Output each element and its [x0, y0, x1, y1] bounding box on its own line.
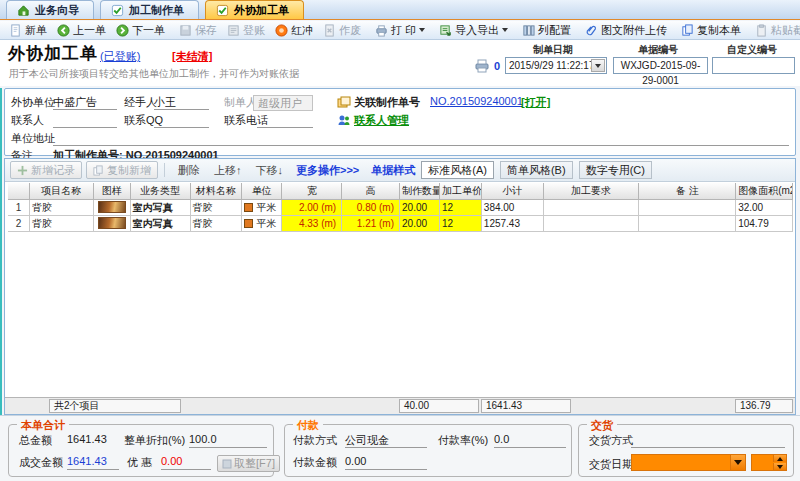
cell-price[interactable]: 12: [440, 200, 482, 216]
cell-price[interactable]: 12: [440, 216, 482, 232]
related-order-link[interactable]: NO.201509240001: [430, 95, 523, 107]
attachment-upload-button[interactable]: 图文附件上传: [580, 22, 672, 39]
save-button[interactable]: 保存: [174, 22, 222, 39]
cell-material[interactable]: 背胶: [191, 216, 243, 232]
import-export-button[interactable]: 导入导出: [434, 22, 513, 39]
doc-check-icon: [216, 4, 229, 17]
cell-req[interactable]: [544, 216, 640, 232]
spinner-down-icon[interactable]: [773, 463, 786, 470]
copy-order-button[interactable]: 复制本单: [676, 22, 746, 39]
void-order-button[interactable]: 作废: [318, 22, 366, 39]
qq-field[interactable]: [154, 113, 209, 128]
registered-status-link[interactable]: (已登账): [100, 49, 140, 64]
custom-no-field[interactable]: [712, 57, 795, 74]
cell-height[interactable]: 0.80 (m): [342, 200, 400, 216]
move-up-button[interactable]: 上移↑: [214, 163, 242, 178]
cell-note[interactable]: [639, 216, 736, 232]
cell-subtotal[interactable]: 1257.43: [482, 216, 544, 232]
cell-name[interactable]: 背胶: [30, 216, 94, 232]
order-date-combobox[interactable]: 2015/9/29 11:22:17: [505, 57, 607, 74]
tab-label: 加工制作单: [129, 3, 184, 18]
cell-width[interactable]: 4.33 (m): [282, 216, 342, 232]
cell-width[interactable]: 2.00 (m): [282, 200, 342, 216]
chevron-down-icon[interactable]: [730, 455, 745, 470]
total-label: 总金额: [19, 433, 52, 448]
address-field[interactable]: [53, 131, 789, 146]
col-header-width: 宽: [282, 183, 342, 200]
deal-label: 成交金额: [19, 455, 63, 470]
cell-type[interactable]: 室内写真: [131, 200, 191, 216]
cell-qty[interactable]: 20.00: [400, 216, 440, 232]
payment-method-field[interactable]: 公司现金: [345, 433, 427, 448]
more-actions-link[interactable]: 更多操作>>>: [296, 163, 359, 178]
col-header-req: 加工要求: [544, 183, 640, 200]
dropdown-arrow: [419, 28, 425, 32]
payment-rate-field[interactable]: 0.0: [494, 433, 566, 448]
delivery-time-spinner[interactable]: [751, 454, 787, 471]
cell-type[interactable]: 室内写真: [131, 216, 191, 232]
col-header-pic: 图样: [94, 183, 131, 200]
column-config-button[interactable]: 列配置: [517, 22, 576, 39]
cell-area[interactable]: 32.00: [736, 200, 793, 216]
spinner-up-icon[interactable]: [773, 455, 786, 462]
register-account-button[interactable]: 登账: [222, 22, 270, 39]
cell-req[interactable]: [544, 200, 640, 216]
cell-pic[interactable]: [94, 216, 131, 232]
cell-qty[interactable]: 20.00: [400, 200, 440, 216]
row-index: 1: [8, 200, 30, 216]
offer-field[interactable]: 0.00: [161, 455, 211, 470]
cell-area[interactable]: 104.79: [736, 216, 793, 232]
cell-subtotal[interactable]: 384.00: [482, 200, 544, 216]
cell-pic[interactable]: [94, 200, 131, 216]
tab-processing-order[interactable]: 加工制作单: [100, 0, 199, 19]
item-count: 共2个项目: [49, 399, 181, 413]
contact-field[interactable]: [53, 113, 117, 128]
cell-material[interactable]: 背胶: [191, 200, 243, 216]
contact-manage-link[interactable]: 联系人管理: [354, 113, 409, 128]
cell-height[interactable]: 1.21 (m): [342, 216, 400, 232]
doc-check-icon: [111, 4, 124, 17]
cell-unit[interactable]: 平米: [242, 216, 282, 232]
discount-field[interactable]: 100.0: [189, 433, 267, 448]
printer-icon[interactable]: [474, 58, 490, 73]
copy-add-button[interactable]: 复制新增: [86, 161, 158, 179]
tab-outsourcing-order[interactable]: 外协加工单: [205, 0, 304, 19]
delete-row-button[interactable]: 删除: [178, 163, 200, 178]
style-simple-button[interactable]: 简单风格(B): [500, 161, 573, 179]
move-down-button[interactable]: 下移↓: [256, 163, 284, 178]
table-row[interactable]: 2 背胶 室内写真 背胶 平米 4.33 (m) 1.21 (m) 20.00 …: [8, 216, 793, 232]
delivery-group: 交货 交货方式 交货日期: [578, 424, 794, 477]
red-flush-button[interactable]: 红冲: [270, 22, 318, 39]
cell-name[interactable]: 背胶: [30, 200, 94, 216]
round-button[interactable]: 取整[F7]: [217, 455, 280, 472]
handler-field[interactable]: 小王: [154, 95, 209, 110]
delivery-date-combobox[interactable]: [631, 454, 746, 471]
page-title: 外协加工单: [8, 42, 98, 65]
open-related-link[interactable]: [打开]: [521, 95, 550, 110]
phone-field[interactable]: [257, 113, 313, 128]
cell-unit[interactable]: 平米: [242, 200, 282, 216]
vendor-field[interactable]: 中盛广告: [53, 95, 117, 110]
chevron-down-icon[interactable]: [591, 59, 605, 72]
new-order-button[interactable]: 新单: [4, 22, 52, 39]
doc-no-field[interactable]: WXJGD-2015-09-29-0001: [613, 57, 708, 74]
cell-note[interactable]: [639, 200, 736, 216]
plus-icon: [17, 165, 28, 176]
prev-order-button[interactable]: 上一单: [52, 22, 111, 39]
tab-business-wizard[interactable]: 业务向导: [6, 0, 94, 19]
deal-field[interactable]: 1641.43: [67, 455, 119, 470]
grid-toolbar: 新增记录 复制新增 删除 上移↑ 下移↓ 更多操作>>> 单据样式 标准风格(A…: [5, 159, 795, 182]
print-button[interactable]: 打 印: [370, 22, 430, 39]
thumbnail-image[interactable]: [98, 217, 126, 229]
payment-amount-field[interactable]: 0.00: [345, 455, 427, 470]
paste-screenshot-button[interactable]: 粘贴截图: [750, 22, 800, 39]
next-order-button[interactable]: 下一单: [111, 22, 170, 39]
style-digital-button[interactable]: 数字专用(C): [579, 161, 652, 179]
delivery-method-field[interactable]: [631, 433, 785, 448]
add-record-button[interactable]: 新增记录: [10, 161, 82, 179]
color-swatch: [244, 203, 253, 212]
table-row[interactable]: 1 背胶 室内写真 背胶 平米 2.00 (m) 0.80 (m) 20.00 …: [8, 200, 793, 216]
unsettled-status-link[interactable]: [未结清]: [172, 49, 212, 64]
thumbnail-image[interactable]: [98, 201, 126, 213]
style-standard-button[interactable]: 标准风格(A): [421, 161, 494, 179]
